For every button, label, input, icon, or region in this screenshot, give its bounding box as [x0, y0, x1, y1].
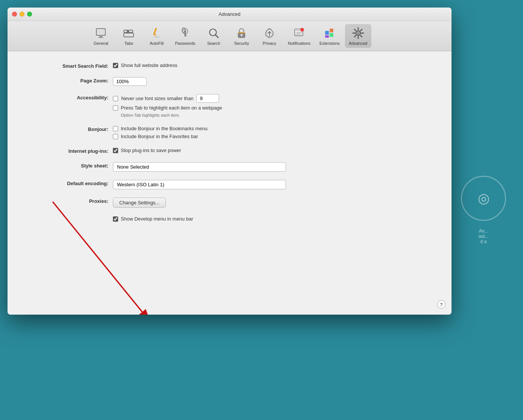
default-encoding-label: Default encoding:: [30, 180, 113, 186]
svg-rect-10: [154, 34, 157, 36]
style-sheet-select[interactable]: None Selected: [113, 162, 286, 172]
svg-rect-9: [153, 27, 157, 35]
toolbar-item-autofill[interactable]: AutoFill: [143, 24, 170, 48]
maximize-button[interactable]: [27, 12, 32, 17]
general-icon: [94, 26, 108, 40]
svg-rect-23: [241, 35, 242, 37]
never-use-font-label: Never use font sizes smaller than: [121, 96, 193, 101]
bonjour-bookmarks-label: Include Bonjour in the Bookmarks menu: [121, 126, 208, 131]
svg-line-43: [354, 36, 356, 37]
svg-rect-29: [325, 31, 329, 35]
toolbar-item-general[interactable]: General: [88, 24, 114, 48]
svg-rect-32: [325, 35, 329, 38]
stop-plugins-checkbox[interactable]: [113, 148, 118, 153]
notifications-label: Notifications: [288, 41, 310, 46]
style-sheet-select-wrapper: None Selected: [113, 162, 286, 172]
autofill-label: AutoFill: [150, 41, 164, 46]
develop-menu-spacer: [30, 216, 113, 217]
stop-plugins-label: Stop plug-ins to save power: [121, 148, 181, 153]
autofill-icon: [150, 26, 163, 40]
privacy-icon: [263, 26, 276, 40]
develop-menu-row: Show Develop menu in menu bar: [30, 216, 429, 222]
general-label: General: [94, 41, 108, 46]
passwords-icon: [178, 26, 192, 40]
style-sheet-row: Style sheet: None Selected: [30, 162, 429, 172]
toolbar-item-search[interactable]: Search: [201, 24, 227, 48]
search-label: Search: [207, 41, 220, 46]
toolbar-item-tabs[interactable]: Tabs: [116, 24, 142, 48]
advanced-label: Advanced: [349, 41, 367, 46]
proxies-control: Change Settings...: [113, 198, 166, 208]
press-tab-label: Press Tab to highlight each item on a we…: [121, 105, 222, 111]
internet-plugins-control: Stop plug-ins to save power: [113, 148, 181, 153]
svg-rect-30: [330, 29, 333, 32]
toolbar-item-security[interactable]: Security: [228, 24, 255, 48]
traffic-lights: [12, 12, 32, 17]
toolbar-item-advanced[interactable]: Advanced: [345, 24, 371, 48]
svg-point-35: [357, 32, 359, 34]
svg-line-40: [354, 29, 356, 31]
accessibility-control: Never use font sizes smaller than 9 10 1…: [113, 94, 222, 117]
smart-search-checkbox[interactable]: [113, 63, 118, 68]
stop-plugins-row: Stop plug-ins to save power: [113, 148, 181, 153]
bonjour-bookmarks-row: Include Bonjour in the Bookmarks menu: [113, 126, 208, 131]
font-size-select[interactable]: 9 10 11 12: [196, 94, 219, 103]
svg-rect-21: [238, 32, 245, 33]
default-encoding-select[interactable]: Western (ISO Latin 1) Unicode (UTF-8) Ja…: [113, 180, 286, 189]
accessibility-hint: Option-Tab highlights each item.: [121, 113, 222, 117]
font-size-row: Never use font sizes smaller than 9 10 1…: [113, 94, 222, 103]
encoding-select-wrapper: Western (ISO Latin 1) Unicode (UTF-8) Ja…: [113, 180, 286, 189]
default-encoding-control: Western (ISO Latin 1) Unicode (UTF-8) Ja…: [113, 180, 286, 189]
toolbar-item-passwords[interactable]: Passwords: [171, 24, 199, 48]
page-zoom-select[interactable]: 75% 85% 100% 115% 125% 150% 175% 200%: [113, 77, 147, 86]
toolbar-item-privacy[interactable]: Privacy: [256, 24, 283, 48]
passwords-label: Passwords: [175, 41, 195, 46]
press-tab-checkbox[interactable]: [113, 105, 118, 111]
change-settings-button[interactable]: Change Settings...: [113, 198, 166, 208]
bonjour-favorites-checkbox[interactable]: [113, 134, 118, 139]
default-encoding-row: Default encoding: Western (ISO Latin 1) …: [30, 180, 429, 189]
advanced-icon: [351, 26, 365, 40]
develop-menu-label: Show Develop menu in menu bar: [121, 216, 193, 222]
bonjour-bookmarks-checkbox[interactable]: [113, 126, 118, 131]
accessibility-row: Accessibility: Never use font sizes smal…: [30, 94, 429, 117]
close-button[interactable]: [12, 12, 17, 17]
title-bar: Advanced: [8, 8, 452, 21]
svg-rect-11: [154, 37, 160, 38]
develop-menu-control: Show Develop menu in menu bar: [113, 216, 193, 222]
toolbar-item-notifications[interactable]: Notifications: [284, 24, 314, 48]
extensions-icon: [323, 26, 336, 40]
svg-rect-3: [98, 37, 103, 38]
help-button[interactable]: ?: [437, 300, 445, 309]
svg-line-42: [360, 29, 362, 31]
proxies-row: Proxies: Change Settings...: [30, 198, 429, 208]
page-zoom-select-wrapper: 75% 85% 100% 115% 125% 150% 175% 200%: [113, 77, 147, 86]
bonjour-favorites-label: Include Bonjour in the Favorites bar: [121, 134, 198, 139]
minimize-button[interactable]: [20, 12, 24, 17]
svg-point-26: [300, 28, 304, 32]
preferences-window: Advanced General: [8, 8, 452, 315]
content-area: Smart Search Field: Show full website ad…: [8, 51, 452, 315]
svg-line-19: [216, 35, 219, 38]
tabs-icon: [122, 26, 135, 40]
internet-plugins-row: Internet plug-ins: Stop plug-ins to save…: [30, 148, 429, 154]
search-icon: [207, 26, 220, 40]
svg-rect-16: [184, 35, 187, 36]
bonjour-favorites-row: Include Bonjour in the Favorites bar: [113, 134, 208, 139]
develop-menu-checkbox[interactable]: [113, 216, 118, 222]
tabs-label: Tabs: [125, 41, 133, 46]
privacy-label: Privacy: [263, 41, 276, 46]
style-sheet-control: None Selected: [113, 162, 286, 172]
page-zoom-label: Page Zoom:: [30, 77, 113, 84]
bonjour-label: Bonjour:: [30, 126, 113, 132]
bonjour-control: Include Bonjour in the Bookmarks menu In…: [113, 126, 208, 139]
never-use-font-checkbox[interactable]: [113, 96, 118, 101]
notifications-icon: [292, 26, 306, 40]
security-icon: [235, 26, 248, 40]
toolbar-item-extensions[interactable]: Extensions: [316, 24, 344, 48]
smart-search-label: Smart Search Field:: [30, 62, 113, 69]
accessibility-label: Accessibility:: [30, 94, 113, 100]
annotation-arrow: [30, 194, 181, 315]
svg-rect-2: [99, 36, 102, 37]
internet-plugins-label: Internet plug-ins:: [30, 148, 113, 154]
